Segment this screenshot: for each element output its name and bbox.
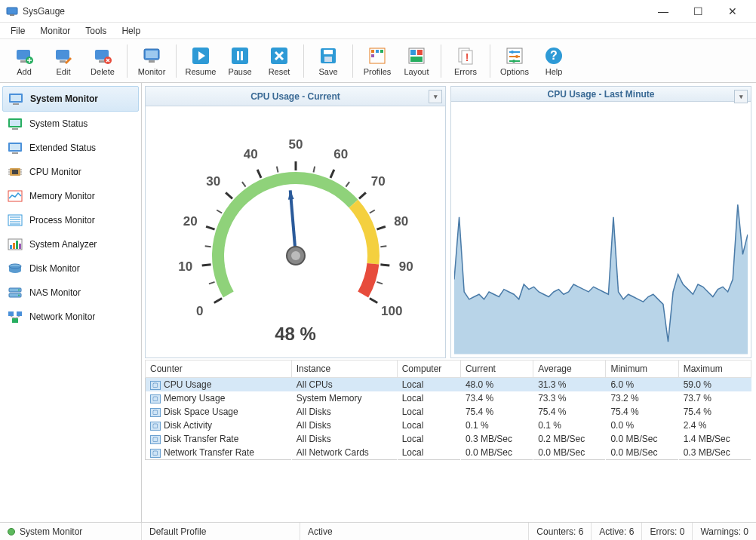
status-monitor-label: System Monitor (20, 526, 82, 537)
options-button[interactable]: Options (495, 44, 534, 78)
svg-text:100: 100 (381, 303, 402, 318)
chip-icon (7, 165, 23, 179)
layout-button[interactable]: Layout (397, 44, 436, 78)
chart-body (451, 102, 751, 357)
col-5[interactable]: Minimum (606, 361, 678, 378)
col-1[interactable]: Instance (291, 361, 397, 378)
profiles-button[interactable]: Profiles (358, 44, 397, 78)
table-row[interactable]: ▢Disk ActivityAll DisksLocal0.1 %0.1 %0.… (146, 419, 751, 432)
help-label: Help (545, 67, 563, 76)
pause-button[interactable]: Pause (220, 44, 260, 78)
edit-button[interactable]: Edit (44, 44, 83, 78)
svg-rect-28 (410, 50, 416, 55)
menu-monitor[interactable]: Monitor (32, 24, 78, 38)
save-label: Save (318, 67, 337, 76)
col-6[interactable]: Maximum (678, 361, 751, 378)
screen-icon (8, 92, 24, 106)
col-0[interactable]: Counter (146, 361, 292, 378)
svg-rect-29 (417, 50, 423, 55)
table-row[interactable]: ▢CPU UsageAll CPUsLocal48.0 %31.3 %6.0 %… (146, 378, 751, 392)
chart-title: CPU Usage - Last Minute (547, 89, 654, 100)
sidebar-item-process-monitor[interactable]: Process Monitor (2, 208, 139, 232)
sidebar-label: Process Monitor (29, 215, 95, 226)
sidebar-item-extended-status[interactable]: Extended Status (2, 136, 139, 160)
sidebar-label: Network Monitor (29, 311, 95, 322)
menu-help[interactable]: Help (114, 24, 148, 38)
sidebar-label: CPU Monitor (29, 167, 81, 177)
svg-text:50: 50 (288, 137, 303, 152)
status-errors: Errors: 0 (642, 523, 693, 540)
svg-rect-11 (146, 51, 158, 58)
svg-rect-51 (12, 152, 18, 154)
svg-point-75 (18, 290, 20, 291)
sidebar-item-memory-monitor[interactable]: Memory Monitor (2, 184, 139, 208)
sliders-icon (505, 46, 524, 66)
reset-button[interactable]: Reset (260, 44, 299, 78)
svg-line-106 (376, 226, 385, 229)
layout-icon (407, 46, 426, 66)
maximize-button[interactable]: ☐ (681, 0, 715, 23)
status-counters: Counters: 6 (529, 523, 592, 540)
pause-label: Pause (228, 67, 251, 76)
svg-rect-69 (16, 241, 18, 249)
col-3[interactable]: Current (460, 361, 533, 378)
sidebar-label: NAS Monitor (29, 287, 81, 298)
table-row[interactable]: ▢Disk Space UsageAll DisksLocal75.4 %75.… (146, 405, 751, 419)
resume-button[interactable]: Resume (181, 44, 220, 78)
svg-line-87 (204, 246, 211, 247)
chart-dropdown-icon[interactable]: ▾ (734, 90, 748, 103)
col-4[interactable]: Average (533, 361, 606, 378)
save-button[interactable]: Save (309, 44, 348, 78)
gauge-dropdown-icon[interactable]: ▾ (429, 90, 442, 103)
table-row[interactable]: ▢Disk Transfer RateAll DisksLocal0.3 MB/… (146, 432, 751, 446)
help-button[interactable]: ?Help (534, 44, 573, 78)
svg-rect-16 (237, 51, 239, 60)
sidebar-label: Memory Monitor (29, 191, 95, 201)
svg-line-88 (206, 226, 214, 229)
menu-tools[interactable]: Tools (78, 24, 114, 38)
table-row[interactable]: ▢Network Transfer RateAll Network CardsL… (146, 446, 751, 460)
sidebar-item-network-monitor[interactable]: Network Monitor (2, 305, 139, 329)
minimize-button[interactable]: — (646, 0, 681, 23)
row-icon: ▢ (150, 422, 161, 431)
status-dot-icon (8, 528, 15, 535)
svg-rect-23 (371, 50, 374, 53)
pause-icon (230, 46, 250, 66)
disk-icon (7, 262, 23, 275)
svg-rect-12 (149, 60, 155, 63)
col-2[interactable]: Computer (397, 361, 460, 378)
close-button[interactable]: ✕ (715, 0, 750, 23)
sidebar-label: System Status (29, 118, 88, 129)
main-area: System MonitorSystem StatusExtended Stat… (0, 83, 756, 522)
errors-label: Errors (454, 67, 477, 76)
delete-button[interactable]: Delete (83, 44, 122, 78)
panels-row: CPU Usage - Current ▾ 010203040506070809… (142, 83, 756, 358)
svg-rect-8 (99, 60, 105, 63)
svg-rect-79 (12, 318, 18, 323)
sidebar-item-disk-monitor[interactable]: Disk Monitor (2, 256, 139, 281)
sidebar-item-nas-monitor[interactable]: NAS Monitor (2, 281, 139, 305)
svg-rect-20 (324, 50, 333, 54)
sidebar-item-system-analyzer[interactable]: System Analyzer (2, 232, 139, 256)
svg-rect-6 (60, 60, 66, 63)
chart-panel-header: CPU Usage - Last Minute ▾ (451, 87, 751, 102)
counters-table[interactable]: CounterInstanceComputerCurrentAverageMin… (145, 360, 751, 460)
sidebar-item-system-monitor[interactable]: System Monitor (2, 86, 139, 112)
sidebar-item-system-status[interactable]: System Status (2, 112, 139, 136)
sidebar-item-cpu-monitor[interactable]: CPU Monitor (2, 160, 139, 184)
analyzer-icon (7, 238, 23, 251)
app-title: SysGauge (23, 6, 646, 17)
svg-rect-0 (7, 8, 17, 14)
svg-rect-78 (17, 311, 22, 316)
sidebar: System MonitorSystem StatusExtended Stat… (0, 83, 142, 522)
svg-rect-48 (12, 128, 18, 130)
add-button[interactable]: Add (5, 44, 44, 78)
monitor-button[interactable]: Monitor (132, 44, 171, 78)
menu-file[interactable]: File (3, 24, 32, 38)
chart-svg (454, 105, 748, 354)
svg-point-38 (515, 55, 518, 58)
errors-button[interactable]: !Errors (446, 44, 485, 78)
table-row[interactable]: ▢Memory UsageSystem MemoryLocal73.4 %73.… (146, 391, 751, 405)
row-icon: ▢ (150, 381, 161, 390)
svg-text:0: 0 (195, 303, 202, 318)
